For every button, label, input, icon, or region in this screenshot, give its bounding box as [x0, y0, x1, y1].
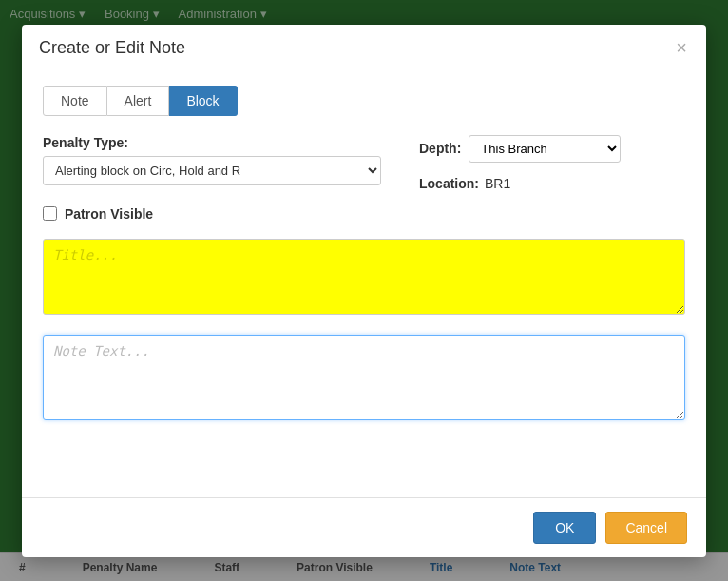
- location-value: BR1: [485, 176, 510, 191]
- cancel-button[interactable]: Cancel: [605, 512, 687, 544]
- modal-overlay: Create or Edit Note × Note Alert Block P…: [0, 0, 728, 581]
- modal-close-button[interactable]: ×: [674, 38, 689, 57]
- tab-note[interactable]: Note: [43, 86, 107, 116]
- tab-block[interactable]: Block: [169, 86, 237, 116]
- penalty-type-label: Penalty Type:: [43, 135, 381, 150]
- title-textarea[interactable]: [43, 239, 685, 315]
- location-row: Location: BR1: [419, 176, 685, 191]
- ok-button[interactable]: OK: [533, 512, 596, 544]
- modal-header: Create or Edit Note ×: [22, 25, 706, 68]
- penalty-type-section: Penalty Type: Alerting block on Circ, Ho…: [43, 135, 381, 185]
- note-textarea[interactable]: [43, 335, 685, 420]
- penalty-type-select[interactable]: Alerting block on Circ, Hold and R: [43, 156, 381, 185]
- depth-location-section: Depth: This Branch System Consortium Loc…: [419, 135, 685, 191]
- depth-row: Depth: This Branch System Consortium: [419, 135, 685, 163]
- create-edit-note-modal: Create or Edit Note × Note Alert Block P…: [22, 25, 706, 557]
- depth-select[interactable]: This Branch System Consortium: [469, 135, 621, 163]
- tab-alert[interactable]: Alert: [107, 86, 170, 116]
- modal-body: Note Alert Block Penalty Type: Alerting …: [22, 68, 706, 497]
- modal-title: Create or Edit Note: [39, 38, 185, 58]
- patron-visible-checkbox[interactable]: [43, 206, 57, 221]
- form-top-section: Penalty Type: Alerting block on Circ, Ho…: [43, 135, 685, 191]
- depth-label: Depth:: [419, 141, 461, 156]
- tab-row: Note Alert Block: [43, 86, 685, 116]
- location-label: Location:: [419, 176, 479, 191]
- modal-footer: OK Cancel: [22, 497, 706, 557]
- patron-visible-row: Patron Visible: [43, 206, 685, 222]
- patron-visible-label: Patron Visible: [65, 206, 153, 222]
